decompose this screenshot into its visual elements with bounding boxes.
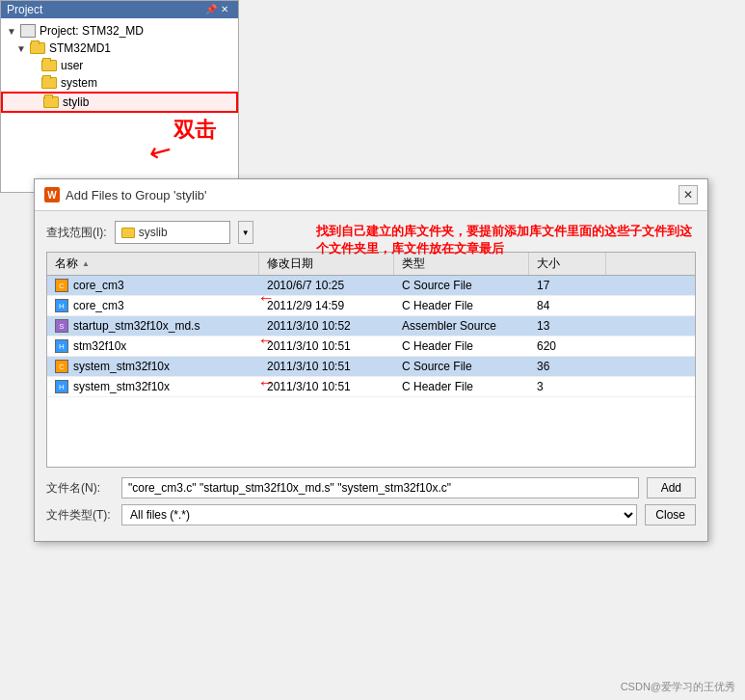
file-type: C Header File xyxy=(402,380,473,393)
file-row[interactable]: S startup_stm32f10x_md.s 2011/3/10 10:52… xyxy=(47,316,695,337)
col-name: 名称 ▲ xyxy=(47,253,259,275)
tree-user[interactable]: user xyxy=(1,57,238,74)
dialog-title-left: W Add Files to Group 'stylib' xyxy=(44,187,207,202)
file-type: Assembler Source xyxy=(402,319,496,333)
close-icon[interactable]: ✕ xyxy=(221,4,232,15)
file-size-cell: 84 xyxy=(529,296,606,315)
file-type-cell: C Header File xyxy=(394,296,529,315)
file-name: core_cm3 xyxy=(73,299,124,312)
file-modified-cell: 2010/6/7 10:25 xyxy=(259,276,394,295)
expand-arrow xyxy=(28,78,38,89)
tree-project-root[interactable]: ▼ Project: STM32_MD xyxy=(1,22,238,40)
file-name: stm32f10x xyxy=(73,339,126,353)
file-modified: 2010/6/7 10:25 xyxy=(267,279,344,292)
file-size-cell: 13 xyxy=(529,316,606,336)
file-name-cell: H stm32f10x xyxy=(47,337,259,356)
file-icon: C xyxy=(55,360,68,373)
file-size-cell: 17 xyxy=(529,276,606,295)
toolbar-path-text: syslib xyxy=(139,226,168,239)
file-size: 36 xyxy=(537,360,549,373)
file-type-cell: C Source File xyxy=(394,276,529,295)
file-modified: 2011/2/9 14:59 xyxy=(267,299,344,312)
stm32md1-label: STM32MD1 xyxy=(49,41,111,55)
project-root-label: Project: STM32_MD xyxy=(40,24,144,38)
file-modified-cell: 2011/2/9 14:59 xyxy=(259,296,394,315)
file-type: C Source File xyxy=(402,360,472,373)
file-modified: 2011/3/10 10:51 xyxy=(267,380,351,393)
file-name: system_stm32f10x xyxy=(73,380,170,393)
filetype-label: 文件类型(T): xyxy=(46,507,114,524)
user-label: user xyxy=(61,59,83,72)
titlebar-icons: 📌 ✕ xyxy=(205,4,232,15)
sort-arrow: ▲ xyxy=(82,259,90,268)
filetype-select[interactable]: All files (*.*) xyxy=(121,504,637,525)
watermark: CSDN@爱学习的王优秀 xyxy=(621,680,735,694)
dialog-app-icon: W xyxy=(44,187,60,202)
file-size-cell: 3 xyxy=(529,377,606,396)
file-modified: 2011/3/10 10:52 xyxy=(267,319,351,333)
tree-stylib[interactable]: stylib xyxy=(1,92,238,113)
file-modified-cell: 2011/3/10 10:52 xyxy=(259,316,394,336)
filename-label: 文件名(N): xyxy=(46,480,114,497)
filename-input[interactable] xyxy=(121,477,639,498)
file-type-cell: C Source File xyxy=(394,357,529,376)
dialog-bottom: 文件名(N): Add 文件类型(T): All files (*.*) Clo… xyxy=(46,477,696,525)
project-panel: Project 📌 ✕ ▼ Project: STM32_MD ▼ STM32M… xyxy=(0,0,239,193)
file-size: 3 xyxy=(537,380,544,393)
file-type-cell: Assembler Source xyxy=(394,316,529,336)
file-list-body[interactable]: C core_cm3 2010/6/7 10:25 C Source File … xyxy=(46,275,696,468)
dialog-titlebar: W Add Files to Group 'stylib' ✕ xyxy=(35,179,707,211)
file-modified-cell: 2011/3/10 10:51 xyxy=(259,337,394,356)
file-row[interactable]: H stm32f10x 2011/3/10 10:51 C Header Fil… xyxy=(47,337,695,357)
file-name-cell: H core_cm3 xyxy=(47,296,259,315)
file-size-cell: 620 xyxy=(529,337,606,356)
project-tree: ▼ Project: STM32_MD ▼ STM32MD1 user syst… xyxy=(1,18,238,117)
col-type: 类型 xyxy=(394,253,529,275)
dialog-toolbar: 查找范围(I): syslib ▼ xyxy=(46,221,696,244)
file-icon: H xyxy=(55,380,68,393)
file-icon: C xyxy=(55,279,68,292)
file-row[interactable]: C system_stm32f10x 2011/3/10 10:51 C Sou… xyxy=(47,357,695,377)
dialog-body: 查找范围(I): syslib ▼ 找到自己建立的库文件夹，要提前添加库文件里面… xyxy=(35,211,707,541)
close-button[interactable]: Close xyxy=(645,504,696,525)
filetype-row: 文件类型(T): All files (*.*) Close xyxy=(46,504,696,525)
file-name-cell: S startup_stm32f10x_md.s xyxy=(47,316,259,336)
expand-arrow: ▼ xyxy=(7,26,16,37)
file-name-cell: C system_stm32f10x xyxy=(47,357,259,376)
tree-system[interactable]: system xyxy=(1,74,238,92)
file-row[interactable]: H core_cm3 2011/2/9 14:59 C Header File … xyxy=(47,296,695,316)
file-size-cell: 36 xyxy=(529,357,606,376)
add-files-dialog: W Add Files to Group 'stylib' ✕ 查找范围(I):… xyxy=(34,178,708,542)
expand-arrow xyxy=(28,61,38,71)
folder-icon xyxy=(41,77,57,89)
file-row[interactable]: H system_stm32f10x 2011/3/10 10:51 C Hea… xyxy=(47,377,695,397)
file-size: 13 xyxy=(537,319,549,333)
file-modified: 2011/3/10 10:51 xyxy=(267,339,351,353)
folder-icon xyxy=(30,42,45,54)
stylib-label: stylib xyxy=(63,95,89,109)
file-size: 17 xyxy=(537,279,549,292)
project-title: Project xyxy=(7,3,42,16)
file-size: 84 xyxy=(537,299,549,312)
system-label: system xyxy=(61,76,97,90)
file-row[interactable]: C core_cm3 2010/6/7 10:25 C Source File … xyxy=(47,276,695,296)
file-name: startup_stm32f10x_md.s xyxy=(73,319,200,333)
file-type: C Header File xyxy=(402,339,473,353)
toolbar-path-box[interactable]: syslib xyxy=(115,221,230,244)
filename-row: 文件名(N): Add xyxy=(46,477,696,498)
file-icon: S xyxy=(55,319,68,333)
file-type: C Source File xyxy=(402,279,472,292)
dialog-title-text: Add Files to Group 'stylib' xyxy=(66,188,207,202)
toolbar-dropdown-button[interactable]: ▼ xyxy=(238,221,253,244)
file-icon: H xyxy=(55,299,68,312)
expand-arrow: ▼ xyxy=(16,43,26,54)
add-button[interactable]: Add xyxy=(647,477,696,498)
col-size: 大小 xyxy=(529,253,606,275)
tree-stm32md1[interactable]: ▼ STM32MD1 xyxy=(1,40,238,57)
dialog-close-button[interactable]: ✕ xyxy=(678,185,698,204)
file-modified: 2011/3/10 10:51 xyxy=(267,360,351,373)
folder-icon xyxy=(41,60,57,71)
file-name: core_cm3 xyxy=(73,279,124,292)
file-name-cell: H system_stm32f10x xyxy=(47,377,259,396)
pin-icon[interactable]: 📌 xyxy=(205,4,217,15)
